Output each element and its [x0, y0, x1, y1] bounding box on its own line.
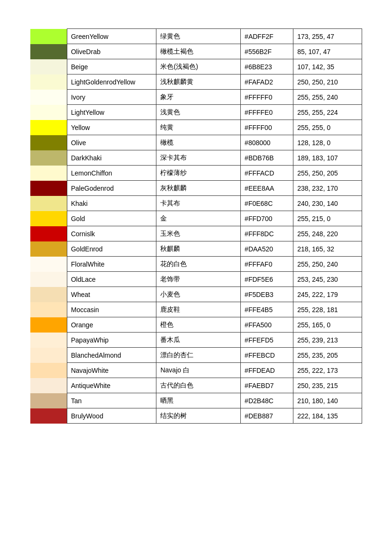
- color-rgb-value: 218, 165, 32: [293, 241, 362, 257]
- color-chinese-name: 漂白的杏仁: [156, 348, 241, 363]
- table-row: DarkKhaki深卡其布#BDB76B189, 183, 107: [30, 150, 362, 166]
- color-chinese-name: 古代的白色: [156, 378, 241, 393]
- color-english-name: AntiqueWhite: [67, 378, 156, 393]
- table-row: BrulyWood结实的树#DEB887222, 184, 135: [30, 408, 362, 424]
- color-hex-value: #FFA500: [241, 317, 293, 333]
- color-hex-value: #6B8E23: [241, 59, 293, 74]
- color-swatch: [30, 272, 67, 287]
- color-english-name: PaleGodenrod: [67, 181, 156, 196]
- color-swatch: [30, 181, 67, 196]
- color-rgb-value: 255, 248, 220: [293, 226, 362, 241]
- color-english-name: Gold: [67, 211, 156, 226]
- color-hex-value: #FFFACD: [241, 166, 293, 181]
- color-hex-value: #FFFAF0: [241, 257, 293, 272]
- color-rgb-value: 107, 142, 35: [293, 59, 362, 74]
- color-chinese-name: 灰秋麒麟: [156, 181, 241, 196]
- color-chinese-name: 鹿皮鞋: [156, 302, 241, 317]
- color-english-name: NavajoWhite: [67, 363, 156, 378]
- table-row: PapayaWhip番木瓜#FFEFD5255, 239, 213: [30, 333, 362, 348]
- color-english-name: Moccasin: [67, 302, 156, 317]
- table-row: Moccasin鹿皮鞋#FFE4B5255, 228, 181: [30, 302, 362, 317]
- color-rgb-value: 189, 183, 107: [293, 150, 362, 166]
- color-chinese-name: 橄榄土褐色: [156, 44, 241, 59]
- color-english-name: Khaki: [67, 196, 156, 211]
- table-row: LightYellow浅黄色#FFFFE0255, 255, 224: [30, 105, 362, 120]
- color-hex-value: #FFDEAD: [241, 363, 293, 378]
- color-swatch: [30, 363, 67, 378]
- color-rgb-value: 255, 165, 0: [293, 317, 362, 333]
- table-row: Yellow纯黄#FFFF00255, 255, 0: [30, 120, 362, 135]
- color-english-name: BrulyWood: [67, 408, 156, 424]
- table-row: Gold金#FFD700255, 215, 0: [30, 211, 362, 226]
- color-english-name: Tan: [67, 393, 156, 408]
- color-chinese-name: 结实的树: [156, 408, 241, 424]
- color-chinese-name: 橄榄: [156, 135, 241, 150]
- color-hex-value: #FAEBD7: [241, 378, 293, 393]
- color-chinese-name: Navajo 白: [156, 363, 241, 378]
- color-english-name: GreenYellow: [67, 29, 156, 44]
- color-chinese-name: 纯黄: [156, 120, 241, 135]
- color-rgb-value: 255, 250, 205: [293, 166, 362, 181]
- color-rgb-value: 250, 235, 215: [293, 378, 362, 393]
- color-chinese-name: 象牙: [156, 90, 241, 105]
- color-hex-value: #FFEBCD: [241, 348, 293, 363]
- color-english-name: Cornislk: [67, 226, 156, 241]
- color-hex-value: #556B2F: [241, 44, 293, 59]
- color-english-name: GoldEnrod: [67, 241, 156, 257]
- color-swatch: [30, 287, 67, 302]
- color-chinese-name: 柠檬薄纱: [156, 166, 241, 181]
- color-english-name: Yellow: [67, 120, 156, 135]
- color-rgb-value: 255, 228, 181: [293, 302, 362, 317]
- color-english-name: OldLace: [67, 272, 156, 287]
- table-row: Beige米色(浅褐色)#6B8E23107, 142, 35: [30, 59, 362, 74]
- color-chinese-name: 橙色: [156, 317, 241, 333]
- color-chinese-name: 绿黄色: [156, 29, 241, 44]
- color-english-name: OliveDrab: [67, 44, 156, 59]
- color-rgb-value: 222, 184, 135: [293, 408, 362, 424]
- color-hex-value: #FFD700: [241, 211, 293, 226]
- color-rgb-value: 85, 107, 47: [293, 44, 362, 59]
- color-english-name: BlanchedAlmond: [67, 348, 156, 363]
- color-rgb-value: 128, 128, 0: [293, 135, 362, 150]
- color-swatch: [30, 90, 67, 105]
- color-rgb-value: 210, 180, 140: [293, 393, 362, 408]
- color-swatch: [30, 211, 67, 226]
- color-rgb-value: 253, 245, 230: [293, 272, 362, 287]
- table-row: Cornislk玉米色#FFF8DC255, 248, 220: [30, 226, 362, 241]
- color-english-name: Beige: [67, 59, 156, 74]
- color-hex-value: #FAFAD2: [241, 74, 293, 90]
- color-rgb-value: 255, 235, 205: [293, 348, 362, 363]
- color-rgb-value: 255, 255, 224: [293, 105, 362, 120]
- table-row: OliveDrab橄榄土褐色#556B2F85, 107, 47: [30, 44, 362, 59]
- color-swatch: [30, 408, 67, 424]
- table-row: BlanchedAlmond漂白的杏仁#FFEBCD255, 235, 205: [30, 348, 362, 363]
- color-chinese-name: 玉米色: [156, 226, 241, 241]
- color-swatch: [30, 393, 67, 408]
- color-hex-value: #FFEFD5: [241, 333, 293, 348]
- color-swatch: [30, 317, 67, 333]
- color-hex-value: #FFF8DC: [241, 226, 293, 241]
- color-hex-value: #EEE8AA: [241, 181, 293, 196]
- color-rgb-value: 240, 230, 140: [293, 196, 362, 211]
- color-english-name: LightGoldenrodYellow: [67, 74, 156, 90]
- color-english-name: Wheat: [67, 287, 156, 302]
- color-hex-value: #D2B48C: [241, 393, 293, 408]
- color-hex-value: #FFFF00: [241, 120, 293, 135]
- color-chinese-name: 米色(浅褐色): [156, 59, 241, 74]
- color-hex-value: #FFFFE0: [241, 105, 293, 120]
- table-row: LemonChiffon柠檬薄纱#FFFACD255, 250, 205: [30, 166, 362, 181]
- table-row: FloralWhite花的白色#FFFAF0255, 250, 240: [30, 257, 362, 272]
- color-english-name: PapayaWhip: [67, 333, 156, 348]
- color-english-name: Orange: [67, 317, 156, 333]
- color-swatch: [30, 44, 67, 59]
- color-chinese-name: 浅秋麒麟黄: [156, 74, 241, 90]
- table-row: AntiqueWhite古代的白色#FAEBD7250, 235, 215: [30, 378, 362, 393]
- color-swatch: [30, 196, 67, 211]
- color-chinese-name: 老饰带: [156, 272, 241, 287]
- table-row: GreenYellow绿黄色#ADFF2F173, 255, 47: [30, 29, 362, 44]
- color-hex-value: #ADFF2F: [241, 29, 293, 44]
- color-rgb-value: 255, 250, 240: [293, 257, 362, 272]
- table-row: Wheat小麦色#F5DEB3245, 222, 179: [30, 287, 362, 302]
- color-rgb-value: 255, 222, 173: [293, 363, 362, 378]
- color-swatch: [30, 333, 67, 348]
